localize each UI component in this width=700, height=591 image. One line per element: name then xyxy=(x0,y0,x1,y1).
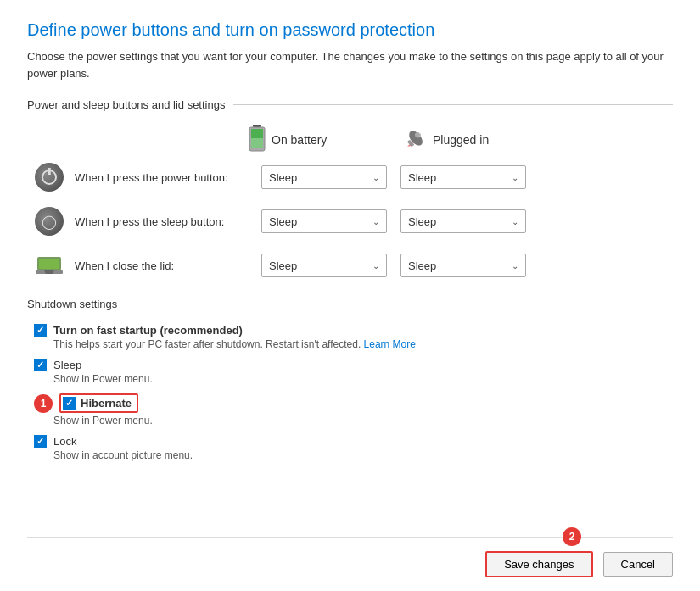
lid-plugged-dropdown[interactable]: Sleep ⌄ xyxy=(400,254,526,277)
plugged-column-text: Plugged in xyxy=(433,133,489,147)
lid-label: When I close the lid: xyxy=(75,259,261,272)
learn-more-link[interactable]: Learn More xyxy=(364,338,416,350)
annotation-1: 1 xyxy=(34,394,53,413)
power-plugged-value: Sleep xyxy=(408,171,436,184)
lid-icon xyxy=(34,250,64,281)
power-button-label: When I press the power button: xyxy=(75,171,261,184)
fast-startup-checkmark: ✓ xyxy=(36,326,44,335)
svg-rect-10 xyxy=(39,259,59,269)
lock-sublabel: Show in account picture menu. xyxy=(34,449,673,461)
page-container: Define power buttons and turn on passwor… xyxy=(0,0,700,591)
lid-row: When I close the lid: Sleep ⌄ Sleep ⌄ xyxy=(27,250,673,281)
sleep-button-label: When I press the sleep button: xyxy=(75,215,261,228)
battery-icon xyxy=(248,125,266,155)
lid-battery-arrow: ⌄ xyxy=(372,261,379,270)
svg-rect-3 xyxy=(251,138,263,148)
power-plugged-dropdown[interactable]: Sleep ⌄ xyxy=(400,165,526,189)
lid-battery-value: Sleep xyxy=(269,259,297,272)
fast-startup-checkbox[interactable]: ✓ xyxy=(34,324,47,337)
hibernate-item: 1 ✓ Hibernate Show in Power menu. xyxy=(27,393,673,427)
power-button-icon xyxy=(34,162,64,192)
columns-header: On battery Plugged in xyxy=(248,125,673,155)
shutdown-section: Shutdown settings ✓ Turn on fast startup… xyxy=(27,298,673,470)
sleep-label: Sleep xyxy=(53,359,81,371)
hibernate-label: Hibernate xyxy=(81,397,132,410)
hibernate-row: 1 ✓ Hibernate xyxy=(34,393,673,413)
hibernate-highlight-box: ✓ Hibernate xyxy=(59,393,138,413)
power-plugged-arrow: ⌄ xyxy=(512,173,518,182)
hibernate-checkbox[interactable]: ✓ xyxy=(63,397,76,410)
sleep-item: ✓ Sleep Show in Power menu. xyxy=(27,359,673,385)
power-battery-arrow: ⌄ xyxy=(372,173,379,182)
sleep-plugged-arrow: ⌄ xyxy=(512,217,518,226)
footer: 2 Save changes Cancel xyxy=(27,537,673,591)
plugged-column-header: Plugged in xyxy=(400,126,553,153)
sleep-battery-arrow: ⌄ xyxy=(372,217,379,226)
fast-startup-label: Turn on fast startup (recommended) xyxy=(53,324,243,337)
power-battery-dropdown[interactable]: Sleep ⌄ xyxy=(261,165,387,189)
sleep-checkmark: ✓ xyxy=(36,360,44,370)
annotation-2: 2 xyxy=(563,527,581,546)
page-description: Choose the power settings that you want … xyxy=(27,48,673,81)
shutdown-section-label: Shutdown settings xyxy=(27,298,673,310)
fast-startup-row: ✓ Turn on fast startup (recommended) xyxy=(34,324,673,337)
laptop-lid-icon xyxy=(34,250,64,281)
power-button-dropdowns: Sleep ⌄ Sleep ⌄ xyxy=(261,165,526,189)
lid-plugged-value: Sleep xyxy=(408,259,436,272)
sleep-icon-symbol: ◯ xyxy=(42,214,57,230)
lid-battery-dropdown[interactable]: Sleep ⌄ xyxy=(261,254,387,277)
sleep-checkbox[interactable]: ✓ xyxy=(34,359,47,371)
lock-row: ✓ Lock xyxy=(34,435,673,448)
sleep-plugged-value: Sleep xyxy=(408,215,436,228)
sleep-row: ✓ Sleep xyxy=(34,359,673,371)
lid-plugged-arrow: ⌄ xyxy=(512,261,518,270)
battery-column-text: On battery xyxy=(272,133,327,147)
save-button[interactable]: Save changes xyxy=(485,551,592,577)
lock-checkbox[interactable]: ✓ xyxy=(34,435,47,448)
sleep-sublabel: Show in Power menu. xyxy=(34,373,673,385)
hibernate-checkmark: ✓ xyxy=(65,399,73,408)
sleep-button-icon: ◯ xyxy=(34,206,64,237)
sleep-button-row: ◯ When I press the sleep button: Sleep ⌄… xyxy=(27,206,673,237)
lid-dropdowns: Sleep ⌄ Sleep ⌄ xyxy=(261,254,526,277)
lock-item: ✓ Lock Show in account picture menu. xyxy=(27,435,673,461)
sleep-button-dropdowns: Sleep ⌄ Sleep ⌄ xyxy=(261,209,526,233)
fast-startup-sublabel: This helps start your PC faster after sh… xyxy=(34,338,673,350)
cancel-button[interactable]: Cancel xyxy=(603,552,673,577)
power-sleep-section-label: Power and sleep buttons and lid settings xyxy=(27,98,673,111)
sleep-plugged-dropdown[interactable]: Sleep ⌄ xyxy=(400,209,526,233)
battery-column-header: On battery xyxy=(248,125,400,155)
power-button-row: When I press the power button: Sleep ⌄ S… xyxy=(27,162,673,192)
lock-label: Lock xyxy=(53,435,76,448)
power-battery-value: Sleep xyxy=(269,171,297,184)
lock-checkmark: ✓ xyxy=(36,437,44,446)
fast-startup-item: ✓ Turn on fast startup (recommended) Thi… xyxy=(27,324,673,350)
rocket-icon xyxy=(400,126,428,153)
page-title: Define power buttons and turn on passwor… xyxy=(27,20,673,40)
sleep-battery-value: Sleep xyxy=(269,215,297,228)
sleep-battery-dropdown[interactable]: Sleep ⌄ xyxy=(261,209,387,233)
hibernate-sublabel: Show in Power menu. xyxy=(34,415,673,427)
svg-marker-12 xyxy=(44,270,54,274)
